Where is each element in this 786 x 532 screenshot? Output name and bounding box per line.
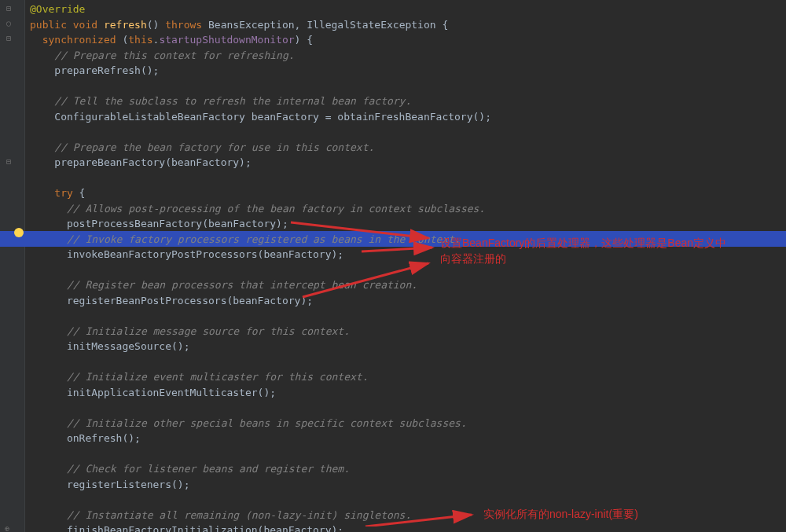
- fold-icon[interactable]: ⊟: [6, 156, 11, 167]
- annotation-label: 设置BeanFactory的后置处理器，这些处理器是Bean定义中 向容器注册的: [440, 236, 726, 266]
- annotation-label: 实例化所有的non-lazy-init(重要): [483, 507, 638, 523]
- override-icon[interactable]: ○: [6, 17, 11, 29]
- fold-end-icon[interactable]: ⊕: [5, 523, 9, 532]
- fold-icon[interactable]: ⊟: [6, 32, 11, 44]
- fold-icon[interactable]: ⊟: [6, 2, 11, 14]
- editor-gutter: ⊟ ○ ⊟ ⊟ ⊕: [0, 0, 25, 532]
- intention-bulb-icon[interactable]: [14, 228, 24, 237]
- annotation-text: @Override: [30, 3, 85, 15]
